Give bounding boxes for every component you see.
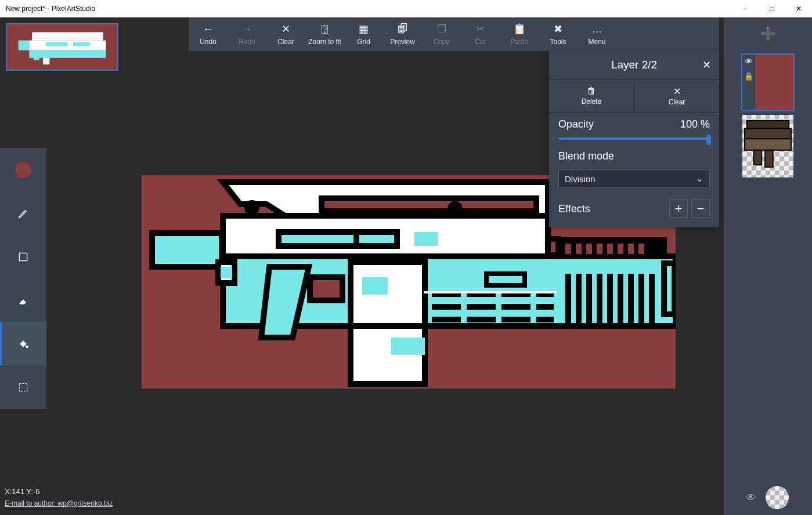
svg-rect-39 <box>467 317 496 322</box>
slider-handle[interactable] <box>706 135 711 145</box>
svg-rect-54 <box>576 244 582 254</box>
paste-button[interactable]: 📋Paste <box>500 17 539 51</box>
layer-panel-header: Layer 2/2 ✕ <box>549 51 719 79</box>
effects-label: Effects <box>558 203 590 215</box>
window-titlebar: New project* - PixelArtStudio – □ ✕ <box>0 0 812 17</box>
layer-clear-button[interactable]: ✕ Clear <box>634 79 719 112</box>
svg-rect-50 <box>649 274 655 324</box>
svg-rect-6 <box>43 58 49 64</box>
svg-rect-37 <box>536 304 554 310</box>
svg-rect-47 <box>618 274 623 324</box>
svg-rect-52 <box>424 291 557 293</box>
svg-point-14 <box>450 204 460 213</box>
svg-rect-0 <box>32 32 103 41</box>
eraser-icon <box>17 295 29 306</box>
svg-rect-45 <box>597 274 602 324</box>
layers-sidebar: ➕ 👁 🔒 <box>724 17 812 515</box>
svg-rect-57 <box>607 244 613 254</box>
svg-point-9 <box>26 346 28 347</box>
svg-rect-12 <box>322 198 536 211</box>
undo-button[interactable]: ←Undo <box>189 17 228 51</box>
primary-color-swatch[interactable] <box>15 161 32 179</box>
effects-add-button[interactable]: + <box>669 200 688 218</box>
layer-thumb-2[interactable]: 👁 🔒 <box>741 53 795 111</box>
status-bar: X:141 Y:-6 E-mail to author: wp@gritsenk… <box>5 486 113 509</box>
svg-rect-56 <box>597 244 602 254</box>
svg-rect-43 <box>576 274 582 324</box>
color-tool[interactable] <box>0 148 46 191</box>
bucket-tool[interactable] <box>0 322 46 365</box>
svg-rect-46 <box>607 274 613 324</box>
background-visibility-toggle[interactable]: 👁 <box>746 492 756 504</box>
close-icon: ✕ <box>282 23 290 35</box>
preview-button[interactable]: 🗐Preview <box>383 17 422 51</box>
cut-button[interactable]: ✂Cut <box>461 17 500 51</box>
menu-icon: … <box>592 23 602 35</box>
layer-panel-close-button[interactable]: ✕ <box>702 59 711 71</box>
tools-button[interactable]: ✖Tools <box>539 17 578 51</box>
svg-rect-25 <box>310 277 342 300</box>
layer-thumb-1[interactable] <box>741 114 795 179</box>
cut-icon: ✂ <box>476 23 485 35</box>
rectangle-tool[interactable] <box>0 235 46 278</box>
project-thumbnail[interactable] <box>6 23 118 71</box>
author-email-link[interactable]: E-mail to author: wp@gritsenko.biz <box>5 498 113 509</box>
blend-mode-label: Blend mode <box>558 150 614 162</box>
grid-button[interactable]: ▦Grid <box>344 17 383 51</box>
svg-rect-41 <box>536 317 554 322</box>
menu-button[interactable]: …Menu <box>578 17 616 51</box>
svg-rect-59 <box>628 244 634 254</box>
select-icon <box>17 382 29 393</box>
svg-rect-1 <box>19 41 30 50</box>
close-icon: ✕ <box>673 86 681 97</box>
maximize-button[interactable]: □ <box>759 0 785 17</box>
eraser-tool[interactable] <box>0 278 46 322</box>
effects-remove-button[interactable]: − <box>691 200 710 218</box>
svg-rect-55 <box>586 244 592 254</box>
svg-rect-10 <box>19 383 27 391</box>
bucket-icon <box>17 338 29 350</box>
window-title: New project* - PixelArtStudio <box>6 5 95 13</box>
pencil-icon <box>17 208 29 219</box>
opacity-label: Opacity <box>558 118 594 130</box>
eye-icon[interactable]: 👁 <box>745 57 753 66</box>
svg-rect-24 <box>362 277 388 295</box>
zoom-to-fit-button[interactable]: ⍰Zoom to fit <box>305 17 344 51</box>
minimize-button[interactable]: – <box>732 0 759 17</box>
svg-rect-29 <box>391 338 425 355</box>
close-button[interactable]: ✕ <box>785 0 812 17</box>
svg-rect-40 <box>501 317 530 322</box>
svg-rect-64 <box>754 150 762 165</box>
svg-rect-11 <box>152 233 222 267</box>
svg-rect-53 <box>565 244 571 254</box>
svg-rect-58 <box>618 244 623 254</box>
svg-rect-4 <box>73 42 89 47</box>
svg-rect-63 <box>745 139 791 150</box>
svg-rect-5 <box>29 50 106 58</box>
svg-rect-61 <box>747 121 789 129</box>
redo-button[interactable]: →Redo <box>228 17 266 51</box>
svg-rect-60 <box>638 244 644 254</box>
rectangle-icon <box>17 251 29 263</box>
cursor-coordinates: X:141 Y:-6 <box>5 486 113 498</box>
opacity-slider[interactable] <box>558 137 710 140</box>
svg-rect-17 <box>356 232 397 246</box>
pencil-tool[interactable] <box>0 191 46 235</box>
grid-icon: ▦ <box>359 23 369 35</box>
select-tool[interactable] <box>0 365 46 409</box>
layer-delete-button[interactable]: 🗑 Delete <box>549 79 634 112</box>
lock-icon[interactable]: 🔒 <box>744 72 753 81</box>
svg-rect-44 <box>586 274 592 324</box>
copy-button[interactable]: ❐Copy <box>422 17 461 51</box>
add-layer-button[interactable]: ➕ <box>724 17 812 51</box>
svg-rect-27 <box>221 267 232 278</box>
trash-icon: 🗑 <box>587 86 596 96</box>
svg-rect-36 <box>501 304 530 310</box>
clear-button[interactable]: ✕Clear <box>266 17 305 51</box>
svg-rect-65 <box>765 150 773 167</box>
blend-mode-select[interactable]: Division ⌄ <box>558 169 710 188</box>
svg-rect-51 <box>486 274 525 285</box>
svg-rect-38 <box>432 317 461 322</box>
background-swatch[interactable] <box>766 486 789 509</box>
svg-rect-42 <box>565 274 571 324</box>
